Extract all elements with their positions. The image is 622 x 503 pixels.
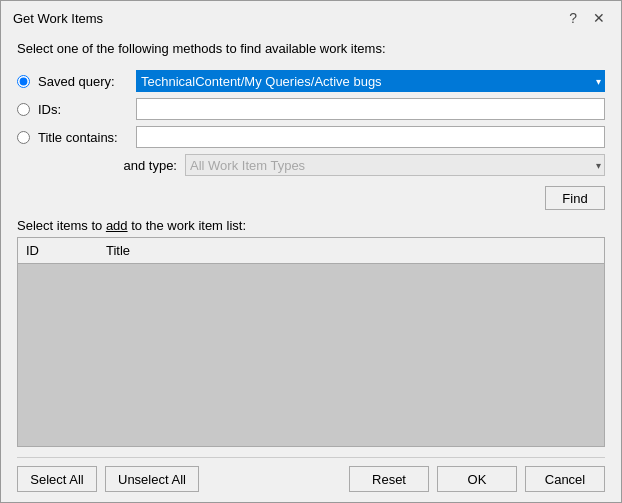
find-button[interactable]: Find — [545, 186, 605, 210]
cancel-button[interactable]: Cancel — [525, 466, 605, 492]
ids-radio[interactable] — [17, 103, 30, 116]
saved-query-radio[interactable] — [17, 75, 30, 88]
help-button[interactable]: ? — [565, 9, 581, 27]
form-area: Saved query: TechnicalContent/My Queries… — [17, 70, 605, 176]
items-label: Select items to add to the work item lis… — [17, 218, 605, 233]
title-contains-radio[interactable] — [17, 131, 30, 144]
bottom-right-buttons: Reset OK Cancel — [349, 466, 605, 492]
bottom-buttons: Select All Unselect All Reset OK Cancel — [1, 458, 621, 502]
saved-query-row: Saved query: TechnicalContent/My Queries… — [17, 70, 605, 92]
unselect-all-button[interactable]: Unselect All — [105, 466, 199, 492]
saved-query-select[interactable]: TechnicalContent/My Queries/Active bugs — [136, 70, 605, 92]
instruction-label: Select one of the following methods to f… — [17, 41, 605, 56]
dialog-title: Get Work Items — [13, 11, 103, 26]
ok-button[interactable]: OK — [437, 466, 517, 492]
and-type-row: and type: All Work Item Types ▾ — [17, 154, 605, 176]
select-all-button[interactable]: Select All — [17, 466, 97, 492]
and-type-label: and type: — [117, 158, 177, 173]
table-body — [18, 264, 604, 446]
saved-query-wrapper: TechnicalContent/My Queries/Active bugs … — [136, 70, 605, 92]
ids-row: IDs: — [17, 98, 605, 120]
results-table: ID Title — [17, 237, 605, 447]
saved-query-label: Saved query: — [38, 74, 128, 89]
title-bar-right: ? ✕ — [565, 9, 609, 27]
reset-button[interactable]: Reset — [349, 466, 429, 492]
title-contains-label: Title contains: — [38, 130, 128, 145]
find-row: Find — [17, 186, 605, 210]
dialog-content: Select one of the following methods to f… — [1, 31, 621, 457]
column-title: Title — [98, 241, 604, 260]
bottom-left-buttons: Select All Unselect All — [17, 466, 199, 492]
title-contains-row: Title contains: — [17, 126, 605, 148]
table-header: ID Title — [18, 238, 604, 264]
ids-label: IDs: — [38, 102, 128, 117]
column-id: ID — [18, 241, 98, 260]
title-bar: Get Work Items ? ✕ — [1, 1, 621, 31]
ids-input[interactable] — [136, 98, 605, 120]
title-bar-left: Get Work Items — [13, 11, 103, 26]
items-section: Select items to add to the work item lis… — [17, 218, 605, 447]
title-contains-input[interactable] — [136, 126, 605, 148]
close-button[interactable]: ✕ — [589, 9, 609, 27]
get-work-items-dialog: Get Work Items ? ✕ Select one of the fol… — [0, 0, 622, 503]
and-type-wrapper: All Work Item Types ▾ — [185, 154, 605, 176]
and-type-select[interactable]: All Work Item Types — [185, 154, 605, 176]
